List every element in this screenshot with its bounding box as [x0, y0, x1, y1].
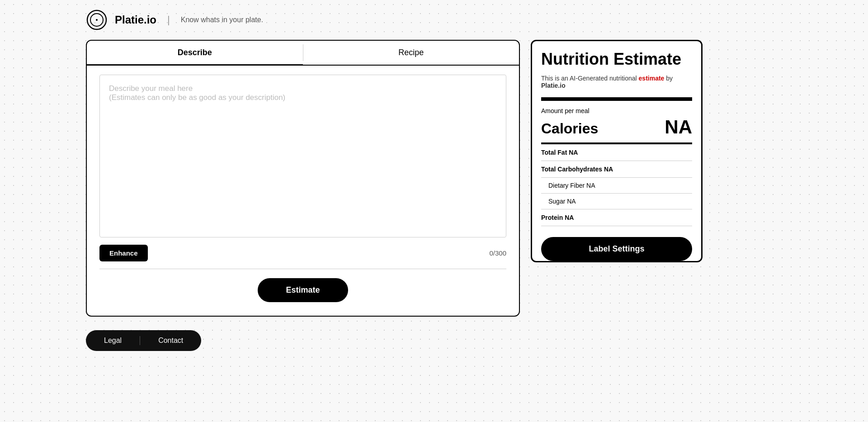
textarea-wrapper: [87, 75, 519, 239]
nutrient-protein: Protein NA: [541, 211, 692, 224]
ai-description: This is an AI-Generated nutritional esti…: [541, 75, 692, 89]
header: Platie.io | Know whats in your plate.: [0, 0, 868, 40]
legal-button[interactable]: Legal: [86, 330, 140, 351]
nutrient-protein-label: Protein NA: [541, 214, 574, 221]
nutrient-total-carbs: Total Carbohydrates NA: [541, 163, 692, 175]
nutrient-fat-label: Total Fat NA: [541, 149, 578, 156]
contact-button[interactable]: Contact: [140, 330, 201, 351]
divider-fiber: [541, 193, 692, 194]
meal-description-input[interactable]: [99, 75, 506, 237]
brand-name: Platie.io: [115, 14, 156, 26]
nutrient-total-fat: Total Fat NA: [541, 146, 692, 159]
label-settings-button[interactable]: Label Settings: [541, 237, 692, 261]
logo-icon: [86, 9, 108, 31]
amount-per-meal-label: Amount per meal: [541, 107, 692, 114]
divider-carbs: [541, 177, 692, 178]
divider-fat: [541, 161, 692, 161]
top-thick-divider: [541, 97, 692, 101]
char-count: 0/300: [489, 249, 506, 257]
tabs: Describe Recipe: [87, 41, 519, 66]
calories-label: Calories: [541, 120, 598, 137]
left-panel: Describe Recipe Enhance 0/300 Estimate: [86, 40, 520, 317]
ai-brand-bold: Platie.io: [541, 82, 566, 89]
nutrient-sugar-label: Sugar NA: [548, 198, 576, 205]
enhance-button[interactable]: Enhance: [99, 245, 148, 261]
footer-bar: Legal Contact: [86, 330, 201, 351]
right-panel: Nutrition Estimate This is an AI-Generat…: [531, 40, 703, 262]
calories-value: NA: [665, 116, 692, 138]
nutrient-sugar: Sugar NA: [541, 195, 692, 207]
svg-point-2: [96, 19, 98, 21]
footer: Legal Contact: [0, 330, 868, 351]
nutrient-fiber: Dietary Fiber NA: [541, 180, 692, 191]
tagline: Know whats in your plate.: [181, 16, 263, 24]
logo-divider: |: [167, 14, 170, 26]
nutrition-panel-title: Nutrition Estimate: [541, 50, 692, 68]
ai-description-post: by: [664, 75, 673, 82]
calories-divider: [541, 142, 692, 144]
form-divider: [99, 269, 506, 269]
nutrient-fiber-label: Dietary Fiber NA: [548, 182, 595, 189]
tab-recipe[interactable]: Recipe: [303, 41, 519, 65]
ai-description-pre: This is an AI-Generated nutritional: [541, 75, 639, 82]
tab-describe[interactable]: Describe: [87, 41, 303, 65]
divider-protein: [541, 226, 692, 226]
divider-sugar: [541, 209, 692, 209]
main-content: Describe Recipe Enhance 0/300 Estimate N…: [0, 40, 868, 317]
textarea-footer: Enhance 0/300: [87, 239, 519, 261]
calories-row: Calories NA: [541, 116, 692, 138]
estimate-button[interactable]: Estimate: [258, 278, 348, 302]
ai-estimate-link: estimate: [639, 75, 665, 82]
nutrient-carbs-label: Total Carbohydrates NA: [541, 166, 613, 173]
